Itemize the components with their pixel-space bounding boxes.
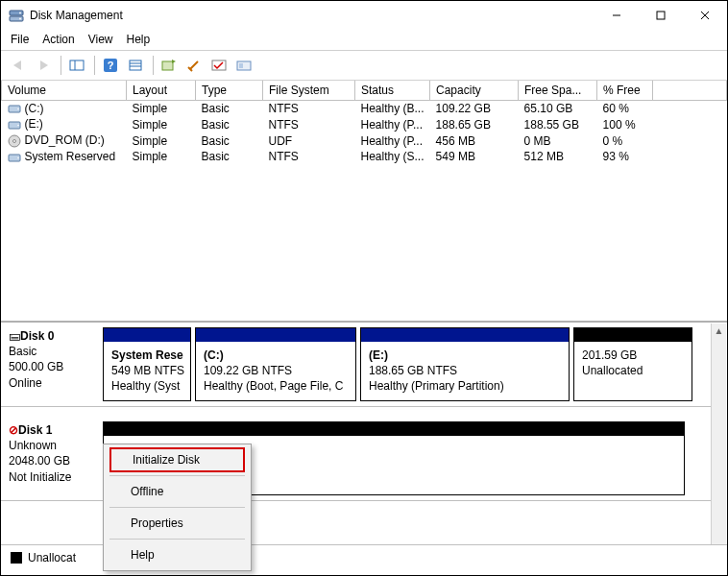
volume-type: Basic xyxy=(196,116,263,132)
partition[interactable]: System Rese549 MB NTFSHealthy (Syst xyxy=(103,327,191,401)
volume-status: Healthy (P... xyxy=(355,116,430,132)
drive-icon xyxy=(8,118,21,132)
volume-row[interactable]: DVD_ROM (D:)SimpleBasicUDFHealthy (P...4… xyxy=(2,132,727,149)
volume-capacity: 549 MB xyxy=(430,149,519,165)
partition[interactable]: (C:)109.22 GB NTFSHealthy (Boot, Page Fi… xyxy=(195,327,356,401)
col-status[interactable]: Status xyxy=(355,81,430,100)
col-pctfree[interactable]: % Free xyxy=(597,81,653,100)
disk-context-menu: Initialize Disk Offline Properties Help xyxy=(103,444,252,571)
volume-name: (C:) xyxy=(25,102,44,115)
partition-status: Healthy (Primary Partition) xyxy=(369,378,561,394)
volume-fs: NTFS xyxy=(263,100,355,116)
window-title: Disk Management xyxy=(30,9,123,22)
show-hide-console-tree-button[interactable] xyxy=(65,54,88,77)
help-button[interactable]: ? xyxy=(99,54,122,77)
menu-view[interactable]: View xyxy=(88,33,113,46)
disk-header[interactable]: ⊘Disk 1Unknown2048.00 GBNot Initialize xyxy=(1,417,103,500)
partition-title: System Rese xyxy=(111,348,182,363)
disk-row: 🖴Disk 0Basic500.00 GBOnlineSystem Rese54… xyxy=(1,323,711,407)
col-volume[interactable]: Volume xyxy=(2,81,127,100)
partition-status: Healthy (Boot, Page File, C xyxy=(204,378,348,394)
disk-state: Online xyxy=(9,376,42,390)
volume-type: Basic xyxy=(196,100,263,116)
volume-row[interactable]: System ReservedSimpleBasicNTFSHealthy (S… xyxy=(2,149,727,165)
svg-point-2 xyxy=(19,12,21,14)
back-button xyxy=(7,54,30,77)
disk-kind: Basic xyxy=(9,345,36,358)
volume-layout: Simple xyxy=(127,116,196,132)
col-filesystem[interactable]: File System xyxy=(263,81,355,100)
disk-size: 2048.00 GB xyxy=(9,454,70,468)
volume-capacity: 188.65 GB xyxy=(430,116,519,132)
volume-fs: UDF xyxy=(263,132,355,149)
volume-free: 512 MB xyxy=(519,149,597,165)
volume-free: 0 MB xyxy=(519,132,597,149)
volume-name: (E:) xyxy=(25,117,43,131)
volume-type: Basic xyxy=(196,132,263,149)
disk-state: Not Initialize xyxy=(9,470,71,484)
volume-pct: 100 % xyxy=(597,116,653,132)
partition-title: (E:) xyxy=(369,348,561,363)
maximize-button[interactable] xyxy=(639,1,683,30)
settings-button[interactable] xyxy=(207,54,231,77)
volume-status: Healthy (P... xyxy=(355,132,430,149)
menu-file[interactable]: File xyxy=(11,33,29,46)
volume-list[interactable]: Volume Layout Type File System Status Ca… xyxy=(1,81,727,321)
more-button[interactable] xyxy=(232,54,255,77)
svg-rect-12 xyxy=(130,60,141,70)
partition-size: 201.59 GB xyxy=(582,348,684,363)
col-extra[interactable] xyxy=(653,81,727,100)
col-layout[interactable]: Layout xyxy=(127,81,196,100)
disk-name: Disk 1 xyxy=(18,423,52,437)
volume-type: Basic xyxy=(196,149,263,165)
svg-rect-5 xyxy=(657,12,665,19)
volume-layout: Simple xyxy=(127,132,196,149)
partition-status: Unallocated xyxy=(582,363,684,378)
disk-error-icon: ⊘ xyxy=(9,423,18,437)
partition[interactable]: (E:)188.65 GB NTFSHealthy (Primary Parti… xyxy=(360,327,570,401)
volume-layout: Simple xyxy=(127,100,196,116)
volume-pct: 60 % xyxy=(597,100,653,116)
svg-rect-15 xyxy=(162,61,173,70)
properties-button[interactable] xyxy=(182,54,206,77)
volume-free: 65.10 GB xyxy=(519,100,597,116)
partition-status: Healthy (Syst xyxy=(111,378,182,394)
disk-name: Disk 0 xyxy=(20,329,54,343)
ctx-help[interactable]: Help xyxy=(106,542,249,567)
partition[interactable]: 201.59 GBUnallocated xyxy=(573,327,692,401)
partition-title: (C:) xyxy=(204,348,348,363)
svg-rect-18 xyxy=(239,63,243,68)
svg-text:?: ? xyxy=(108,60,114,71)
col-freespace[interactable]: Free Spa... xyxy=(519,81,597,100)
disk-size: 500.00 GB xyxy=(9,360,63,373)
volume-row[interactable]: (C:)SimpleBasicNTFSHealthy (B...109.22 G… xyxy=(2,100,727,116)
dvd-icon xyxy=(8,134,21,148)
refresh-button[interactable] xyxy=(158,54,181,77)
close-button[interactable] xyxy=(683,1,727,30)
app-icon xyxy=(9,8,24,23)
svg-point-20 xyxy=(17,108,19,110)
drive-icon xyxy=(8,151,21,164)
volume-row[interactable]: (E:)SimpleBasicNTFSHealthy (P...188.65 G… xyxy=(2,116,727,132)
minimize-button[interactable] xyxy=(595,1,639,30)
ctx-properties[interactable]: Properties xyxy=(106,511,249,536)
partition-size: 109.22 GB NTFS xyxy=(204,363,348,378)
titlebar: Disk Management xyxy=(1,1,727,30)
volume-fs: NTFS xyxy=(263,149,355,165)
ctx-offline[interactable]: Offline xyxy=(106,479,249,504)
volume-free: 188.55 GB xyxy=(519,116,597,132)
ctx-initialize-disk[interactable]: Initialize Disk xyxy=(109,447,245,472)
disk-header[interactable]: 🖴Disk 0Basic500.00 GBOnline xyxy=(1,323,103,406)
action-list-button[interactable] xyxy=(124,54,147,77)
menubar: File Action View Help xyxy=(1,30,727,50)
col-type[interactable]: Type xyxy=(196,81,263,100)
svg-point-22 xyxy=(17,125,19,127)
menu-action[interactable]: Action xyxy=(42,33,74,46)
legend-swatch-unallocated xyxy=(11,552,22,564)
svg-rect-8 xyxy=(70,60,84,70)
vertical-scrollbar[interactable]: ▲▼ xyxy=(711,324,726,569)
svg-point-24 xyxy=(12,139,15,142)
col-capacity[interactable]: Capacity xyxy=(430,81,519,100)
forward-button xyxy=(32,54,55,77)
menu-help[interactable]: Help xyxy=(127,33,151,46)
